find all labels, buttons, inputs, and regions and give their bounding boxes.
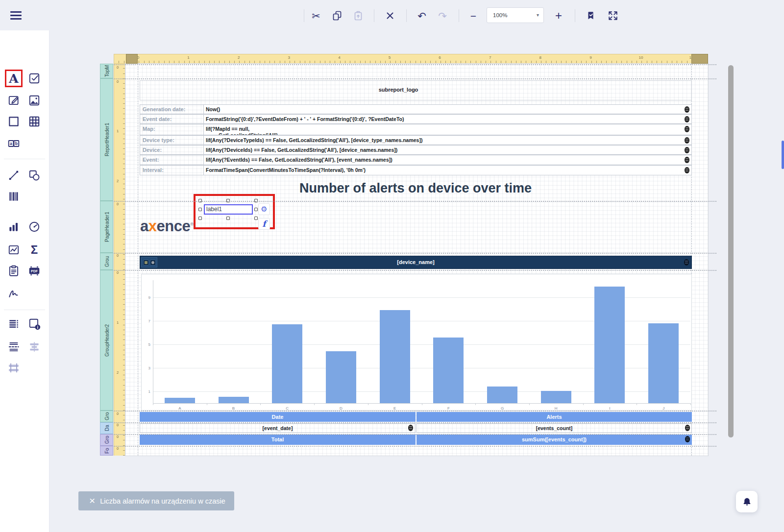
component-settings-button[interactable]: ⚙ [258,203,270,215]
x-axis-tick-label: E [368,406,422,411]
report-tab[interactable]: × Liczba alarmów na urządzeniu w czasie [78,491,234,510]
table-total-label[interactable]: Total [140,435,416,445]
x-axis-tick [153,403,153,405]
tool-rich-text[interactable] [6,93,22,108]
tool-clipboard[interactable] [6,263,22,279]
tool-gauge[interactable] [26,219,42,235]
tool-pdf-page[interactable]: PDF [26,263,42,279]
alerts-bar-chart[interactable]: 13579ABCDEFGHIJ [141,274,692,411]
chart-bar[interactable] [380,310,410,403]
tool-align[interactable] [26,339,42,355]
y-axis-tick-label: 5 [143,342,150,347]
table-header-date[interactable]: Date [140,412,416,422]
x-axis-tick [583,403,584,405]
tool-total[interactable]: Σ [26,242,42,258]
resize-handle[interactable] [254,199,258,202]
zoom-in-button[interactable]: + [551,8,566,23]
chart-bar[interactable] [541,391,571,403]
chart-bar[interactable] [594,287,625,403]
report-field-row[interactable]: Generation date:Now() [140,104,692,114]
table-cell-events-count[interactable]: [events_count] [416,423,692,433]
tool-page-info[interactable] [26,316,42,332]
band-header[interactable]: Grou [100,253,113,270]
paste-button[interactable] [351,8,366,23]
close-icon[interactable]: × [89,495,95,507]
report-field-row[interactable]: Interval:FormatTimeSpan(ConvertMinutesTo… [140,165,692,175]
report-field-row[interactable]: Event:Iif(Any(?EventIds) == False, GetLo… [140,155,692,165]
band-header[interactable]: ReportHeader1 [100,78,113,201]
chart-bar[interactable] [219,397,249,403]
zoom-select[interactable]: 100% ▾ [487,7,544,23]
cut-button[interactable]: ✂ [309,8,323,23]
zoom-out-button[interactable]: − [466,8,481,23]
notifications-button[interactable] [736,491,758,512]
chart-bar[interactable] [433,338,464,403]
band-header[interactable]: Fo [100,446,113,456]
chart-bar[interactable] [326,351,356,403]
tool-signature[interactable] [6,286,22,302]
y-axis-line [153,280,153,403]
tool-data-band[interactable] [6,316,22,332]
subreport-logo-text[interactable]: subreport_logo [142,87,655,93]
report-field-row[interactable]: Device type:Iif(Any(?DeviceTypeIds) == F… [140,135,692,145]
report-field-row[interactable]: Map:Iif(?MapId == null,GetLocalizedStrin… [140,124,692,135]
table-cell-event-date[interactable]: [event_date] [140,423,416,433]
tool-cross-band[interactable] [6,360,22,376]
toolbar-separator [459,9,459,22]
band-header[interactable]: PageHeader1 [100,201,113,253]
brand-logo[interactable]: axence® [140,218,193,235]
chart-bar[interactable] [165,398,195,403]
band-header[interactable]: Gro [100,434,113,446]
vertical-scrollbar[interactable] [728,65,734,437]
report-field-row[interactable]: Device:Iif(Any(?DeviceIds) == False, Get… [140,145,692,155]
window-scrollbar[interactable] [782,141,784,169]
resize-handle[interactable] [226,199,230,202]
expression-text: GetLocalizedString('All') [206,132,691,135]
tool-sparkline[interactable] [6,242,22,258]
resize-handle[interactable] [198,217,202,220]
delete-button[interactable] [383,8,397,23]
redo-button[interactable]: ↷ [435,8,450,23]
component-function-button[interactable]: f [258,218,270,230]
field-label: Device: [140,145,204,154]
report-field-row[interactable]: Event date:FormatString('{0:d}',?EventDa… [140,114,692,124]
tool-text[interactable]: A [6,71,22,86]
validate-button[interactable] [584,8,598,23]
tool-barcode[interactable] [6,189,22,204]
menu-icon[interactable] [10,11,22,20]
band-header[interactable]: Gro [100,411,113,422]
resize-handle[interactable] [198,199,202,202]
resize-handle[interactable] [198,208,202,211]
x-axis-tick [207,403,207,405]
database-icon [684,259,689,266]
band-header[interactable]: GroupHeader2 [100,270,113,411]
table-total-sum[interactable]: sumSum([events_count]) [416,435,692,445]
panel-icon [7,115,20,128]
plus-icon: + [555,10,562,22]
tool-picture[interactable] [26,93,42,108]
tool-line[interactable] [6,168,22,183]
band-header[interactable]: TopM [100,64,113,78]
chart-bar[interactable] [272,324,302,403]
resize-handle[interactable] [226,217,230,220]
table-header-alerts[interactable]: Alerts [416,412,692,422]
tool-table[interactable] [26,114,42,129]
report-title[interactable]: Number of alerts on device over time [157,181,674,196]
tool-page-break[interactable] [6,339,22,355]
tool-subreport[interactable]: ab [6,136,22,151]
ruler-number: 3 [288,55,290,60]
resize-handle[interactable] [254,208,258,211]
chart-bar[interactable] [648,323,679,403]
fullscreen-button[interactable] [606,8,620,23]
tool-checkbox[interactable] [26,71,42,86]
resize-handle[interactable] [254,217,258,220]
device-group-band[interactable]: [device_name] [140,256,692,269]
tool-chart[interactable] [6,219,22,235]
band-header[interactable]: Da [100,422,113,434]
tool-shape[interactable] [26,168,42,183]
undo-button[interactable]: ↶ [415,8,429,23]
tool-panel[interactable] [6,114,22,129]
selected-label-component[interactable]: label1 [204,204,253,215]
copy-button[interactable] [330,8,344,23]
chart-bar[interactable] [487,387,517,403]
